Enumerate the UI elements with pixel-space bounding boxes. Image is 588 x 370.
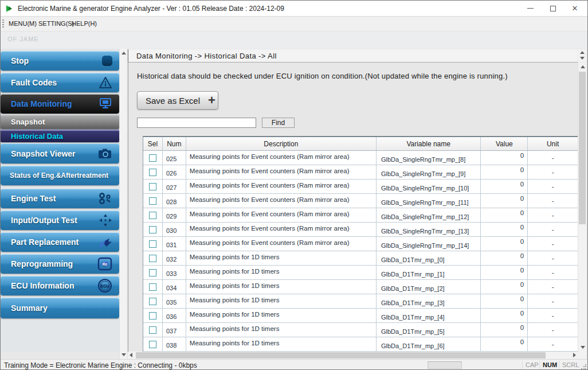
table-row: 034 Measuring points for 1D timers GlbDa… — [143, 280, 578, 294]
menu-item-setting[interactable]: SETTING(S) — [38, 20, 74, 27]
row-select-cell — [143, 208, 163, 222]
status-progress-box — [428, 361, 462, 369]
row-select-cell — [143, 223, 163, 236]
sidebar-scrollbar[interactable] — [119, 49, 127, 359]
sidebar-item-part-replacement[interactable]: Part Replacement — [1, 232, 119, 252]
maximize-button[interactable] — [542, 1, 565, 16]
row-checkbox[interactable] — [149, 169, 156, 176]
vertical-scroll-thumb[interactable] — [579, 72, 586, 224]
menu-item-help[interactable]: HELP(H) — [72, 20, 97, 27]
row-checkbox[interactable] — [149, 312, 156, 320]
breadcrumb-bar: Data Monitoring -> Historical Data -> Al… — [128, 49, 578, 63]
minimize-button[interactable] — [519, 1, 542, 16]
scroll-up-icon[interactable] — [581, 65, 585, 68]
sidebar-item-historical-data[interactable]: Historical Data — [1, 130, 119, 142]
header-sel[interactable]: Sel — [143, 137, 163, 150]
row-checkbox[interactable] — [149, 212, 156, 219]
row-description: Measuring points for 1D timers — [186, 280, 377, 294]
row-checkbox[interactable] — [149, 298, 156, 305]
row-description: Measuring points for Event counters (Ram… — [186, 180, 377, 193]
row-unit: - — [528, 266, 578, 279]
row-checkbox[interactable] — [149, 183, 156, 190]
header-value[interactable]: Value — [481, 137, 528, 150]
swap-arrows-icon — [97, 236, 112, 248]
plus-icon: + — [208, 95, 215, 106]
scroll-up-icon[interactable] — [121, 52, 126, 54]
svg-text:ECU: ECU — [101, 284, 109, 288]
horizontal-scroll-thumb[interactable] — [136, 352, 546, 359]
num-lock-indicator: NUM — [543, 361, 557, 368]
sidebar-item-fault-codes[interactable]: Fault Codes — [1, 73, 119, 92]
sidebar: Stop Fault Codes Data Monitoring Snapsho… — [1, 49, 119, 352]
row-description: Measuring points for Event counters (Ram… — [186, 151, 377, 165]
sidebar-item-data-monitoring[interactable]: Data Monitoring — [1, 94, 119, 114]
row-variable: GlbDa_SingleRngTmr_mp_[10] — [377, 180, 481, 193]
search-input[interactable] — [137, 118, 256, 128]
row-checkbox[interactable] — [149, 154, 156, 162]
row-checkbox[interactable] — [149, 283, 156, 291]
row-checkbox[interactable] — [149, 226, 156, 233]
main-horizontal-scrollbar[interactable] — [128, 352, 578, 359]
breadcrumb-scrollbar[interactable] — [578, 49, 586, 62]
status-divider — [522, 361, 523, 369]
window-title: Electronic Marine & generator Engine Ana… — [18, 5, 284, 13]
row-num: 037 — [163, 323, 186, 337]
header-num[interactable]: Num — [163, 137, 186, 150]
header-variable-name[interactable]: Variable name — [377, 137, 481, 150]
sidebar-item-ecu-information[interactable]: ECU Information ECU — [1, 276, 119, 295]
sidebar-item-summary[interactable]: Summary — [1, 298, 119, 318]
sidebar-item-reprogramming[interactable]: Reprogramming Re — [1, 254, 119, 274]
row-variable: GlbDa_D1Tmr_mp_[6] — [377, 337, 481, 351]
row-value: 0 — [481, 323, 528, 337]
row-unit: - — [528, 294, 578, 308]
scroll-down-icon[interactable] — [121, 353, 126, 356]
row-select-cell — [143, 323, 163, 337]
header-description[interactable]: Description — [186, 137, 377, 150]
scroll-left-icon[interactable] — [130, 353, 132, 357]
main-pane: Historical data should be checked under … — [128, 63, 578, 352]
sidebar-item-input-output-test[interactable]: Input/Output Test — [1, 211, 119, 230]
find-button[interactable]: Find — [262, 118, 295, 128]
close-button[interactable]: ✕ — [563, 1, 586, 16]
notice-text: Historical data should be checked under … — [137, 72, 508, 80]
connection-status-text: Training Mode = Electronic Marine Engine… — [4, 361, 197, 369]
menu-item-menu[interactable]: MENU(M) — [9, 20, 37, 27]
row-variable: GlbDa_SingleRngTmr_mp_[14] — [377, 237, 481, 251]
row-checkbox[interactable] — [149, 341, 156, 348]
row-num: 027 — [163, 180, 186, 193]
row-checkbox[interactable] — [149, 197, 156, 205]
scroll-right-icon[interactable] — [573, 353, 576, 357]
row-variable: GlbDa_SingleRngTmr_mp_[13] — [377, 223, 481, 236]
row-num: 035 — [163, 294, 186, 308]
table-row: 026 Measuring points for Event counters … — [143, 165, 578, 180]
resize-grip-icon[interactable] — [581, 364, 586, 369]
sidebar-item-label: Reprogramming — [11, 259, 73, 268]
scroll-down-icon[interactable] — [580, 57, 585, 60]
row-checkbox[interactable] — [149, 326, 156, 334]
sidebar-item-label: Engine Test — [11, 194, 56, 203]
row-value: 0 — [481, 337, 528, 351]
row-select-cell — [143, 194, 163, 208]
stop-icon — [102, 56, 112, 66]
scroll-up-icon[interactable] — [580, 51, 585, 54]
row-checkbox[interactable] — [149, 269, 156, 276]
row-unit: - — [528, 251, 578, 265]
sidebar-item-engine-test[interactable]: Engine Test — [1, 189, 119, 208]
row-value: 0 — [481, 151, 528, 165]
row-unit: - — [528, 180, 578, 193]
sidebar-item-snapshot[interactable]: Snapshot — [1, 115, 119, 129]
caps-lock-indicator: CAP — [526, 361, 539, 368]
row-value: 0 — [481, 266, 528, 279]
save-as-excel-button[interactable]: Save as Excel + — [137, 91, 218, 110]
row-select-cell — [143, 294, 163, 308]
app-logo-icon — [5, 4, 14, 13]
sidebar-item-status-of-eng-aftertreatment[interactable]: Status of Eng.&Aftertreatment — [1, 166, 119, 185]
row-checkbox[interactable] — [149, 240, 156, 248]
main-vertical-scrollbar[interactable] — [578, 63, 586, 352]
table-row: 032 Measuring points for 1D timers GlbDa… — [143, 251, 578, 266]
header-unit[interactable]: Unit — [528, 137, 578, 150]
scroll-down-icon[interactable] — [581, 346, 585, 349]
sidebar-item-stop[interactable]: Stop — [1, 51, 119, 71]
row-checkbox[interactable] — [149, 255, 156, 262]
sidebar-item-snapshot-viewer[interactable]: Snapshot Viewer — [1, 143, 119, 163]
